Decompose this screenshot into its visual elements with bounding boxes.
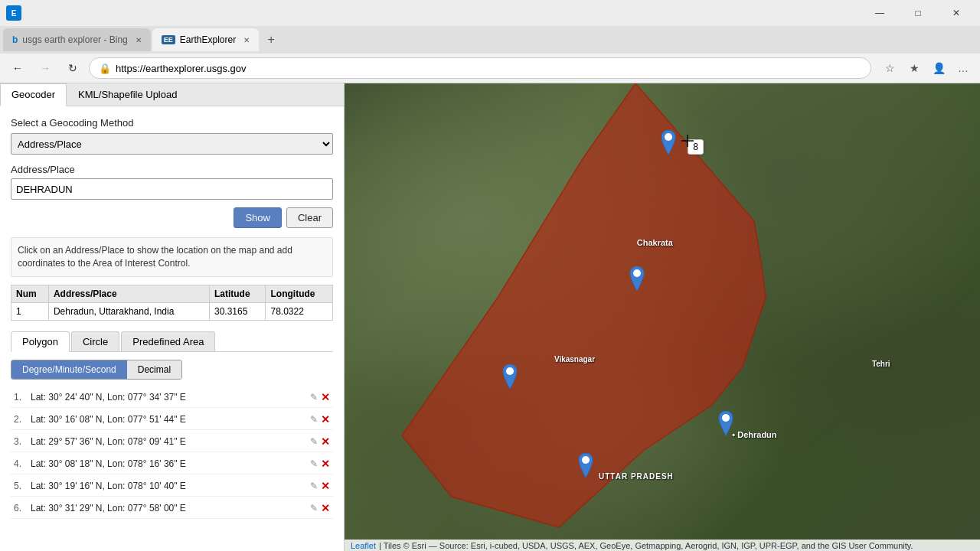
address-input[interactable]: DEHRADUN <box>11 178 333 200</box>
forward-button[interactable]: → <box>34 57 57 80</box>
coord-actions-4: ✎ ✕ <box>310 458 330 470</box>
lock-icon: 🔒 <box>99 63 111 74</box>
coord-delete-5[interactable]: ✕ <box>321 480 330 492</box>
left-panel: Geocoder KML/Shapefile Upload Select a G… <box>0 83 345 551</box>
coord-edit-2[interactable]: ✎ <box>310 414 318 425</box>
coord-actions-3: ✎ ✕ <box>310 435 330 448</box>
main-content: Geocoder KML/Shapefile Upload Select a G… <box>0 83 980 551</box>
svg-point-3 <box>506 367 514 375</box>
svg-point-4 <box>722 414 730 422</box>
close-button[interactable]: ✕ <box>939 0 974 26</box>
panel-body: Select a Geocoding Method Address/Place … <box>0 106 344 530</box>
tab-geocoder[interactable]: Geocoder <box>0 83 67 106</box>
ee-tab-close[interactable]: ✕ <box>243 36 250 44</box>
coord-delete-6[interactable]: ✕ <box>321 502 330 514</box>
geocoding-method-select[interactable]: Address/Place World Features US Features <box>11 133 333 155</box>
coord-edit-1[interactable]: ✎ <box>310 392 318 403</box>
map-pin-1[interactable] <box>659 130 678 155</box>
tab-earthexplorer[interactable]: EE EarthExplorer ✕ <box>152 28 259 51</box>
map-footer: Leaflet | Tiles © Esri — Source: Esri, i… <box>345 540 980 551</box>
show-button[interactable]: Show <box>234 207 282 228</box>
coord-item-3: 3. Lat: 29° 57' 36" N, Lon: 078° 09' 41"… <box>11 432 333 452</box>
map-canvas[interactable]: Chakrata Vikasnagar • Dehradun Tehri UTT… <box>345 83 980 551</box>
map-pin-4[interactable] <box>717 411 735 435</box>
coord-delete-1[interactable]: ✕ <box>321 391 330 403</box>
sub-tab-decimal[interactable]: Decimal <box>127 360 181 379</box>
coord-actions-1: ✎ ✕ <box>310 391 330 403</box>
coord-delete-3[interactable]: ✕ <box>321 435 330 448</box>
clear-button[interactable]: Clear <box>286 207 333 228</box>
tab-circle[interactable]: Circle <box>71 331 119 351</box>
col-lat: Latitude <box>209 285 266 302</box>
coord-actions-6: ✎ ✕ <box>310 502 330 514</box>
sub-tabs: Degree/Minute/Second Decimal <box>11 360 182 380</box>
coord-delete-4[interactable]: ✕ <box>321 458 330 470</box>
panel-tabs: Geocoder KML/Shapefile Upload <box>0 83 344 106</box>
back-button[interactable]: ← <box>6 57 29 80</box>
address-field-label: Address/Place <box>11 164 333 175</box>
area-tabs: Polygon Circle Predefined Area <box>11 331 333 352</box>
tab-bing[interactable]: b usgs earth explorer - Bing ✕ <box>3 28 151 51</box>
tab-bar: b usgs earth explorer - Bing ✕ EE EarthE… <box>0 26 980 54</box>
coord-num-6: 6. <box>14 503 31 514</box>
result-row-1[interactable]: 1 Dehradun, Uttarakhand, India 30.3165 7… <box>11 302 333 320</box>
coord-edit-6[interactable]: ✎ <box>310 503 318 514</box>
profile-icon[interactable]: 👤 <box>928 57 949 79</box>
more-icon[interactable]: … <box>952 57 974 79</box>
result-place: Dehradun, Uttarakhand, India <box>48 302 209 320</box>
coord-text-1: Lat: 30° 24' 40" N, Lon: 077° 34' 37" E <box>31 392 310 403</box>
favorites-icon[interactable]: ☆ <box>879 57 900 79</box>
tab-polygon[interactable]: Polygon <box>11 331 70 352</box>
coord-text-3: Lat: 29° 57' 36" N, Lon: 078° 09' 41" E <box>31 436 310 447</box>
url-input[interactable]: https://earthexplorer.usgs.gov <box>116 63 861 74</box>
coord-item-6: 6. Lat: 30° 31' 29" N, Lon: 077° 58' 00"… <box>11 498 333 519</box>
bing-tab-close[interactable]: ✕ <box>136 36 142 44</box>
coord-actions-2: ✎ ✕ <box>310 413 330 425</box>
coord-text-5: Lat: 30° 19' 16" N, Lon: 078° 10' 40" E <box>31 481 310 491</box>
result-num: 1 <box>11 302 49 320</box>
geocoding-method-label: Select a Geocoding Method <box>11 117 333 129</box>
coord-text-4: Lat: 30° 08' 18" N, Lon: 078° 16' 36" E <box>31 458 310 469</box>
col-num: Num <box>11 285 49 302</box>
map-pin-5[interactable] <box>577 453 595 478</box>
refresh-button[interactable]: ↻ <box>61 57 84 80</box>
address-bar[interactable]: 🔒 https://earthexplorer.usgs.gov <box>89 57 871 79</box>
tab-predefined[interactable]: Predefined Area <box>121 331 215 351</box>
coord-num-3: 3. <box>14 436 31 447</box>
toolbar-icons: ☆ ★ 👤 … <box>879 57 974 79</box>
bing-tab-label: usgs earth explorer - Bing <box>22 34 127 45</box>
map-pin-3[interactable] <box>501 364 519 389</box>
info-text: Click on an Address/Place to show the lo… <box>18 245 292 269</box>
svg-point-5 <box>582 456 590 464</box>
button-row: Show Clear <box>11 207 333 228</box>
svg-point-1 <box>665 133 672 141</box>
coord-edit-5[interactable]: ✎ <box>310 481 318 491</box>
coord-edit-3[interactable]: ✎ <box>310 436 318 447</box>
coord-num-5: 5. <box>14 481 31 491</box>
tab-kml[interactable]: KML/Shapefile Upload <box>67 83 188 106</box>
info-box: Click on an Address/Place to show the lo… <box>11 237 333 277</box>
leaflet-link[interactable]: Leaflet <box>351 541 376 550</box>
collections-icon[interactable]: ★ <box>903 57 925 79</box>
coord-delete-2[interactable]: ✕ <box>321 413 330 425</box>
coord-item-5: 5. Lat: 30° 19' 16" N, Lon: 078° 10' 40"… <box>11 476 333 497</box>
coord-edit-4[interactable]: ✎ <box>310 458 318 469</box>
sub-tab-dms[interactable]: Degree/Minute/Second <box>11 360 127 379</box>
map-attribution: | Tiles © Esri — Source: Esri, i-cubed, … <box>379 541 913 550</box>
coord-item-1: 1. Lat: 30° 24' 40" N, Lon: 077° 34' 37"… <box>11 387 333 408</box>
coord-num-2: 2. <box>14 414 31 425</box>
coord-item-4: 4. Lat: 30° 08' 18" N, Lon: 078° 16' 36"… <box>11 454 333 474</box>
map-pin-2[interactable] <box>628 266 646 291</box>
maximize-button[interactable]: □ <box>900 0 936 26</box>
coord-actions-5: ✎ ✕ <box>310 480 330 492</box>
minimize-button[interactable]: — <box>862 0 897 26</box>
coord-num-1: 1. <box>14 392 31 403</box>
results-table: Num Address/Place Latitude Longitude 1 D… <box>11 285 333 321</box>
coord-item-2: 2. Lat: 30° 16' 08" N, Lon: 077° 51' 44"… <box>11 409 333 430</box>
col-place: Address/Place <box>48 285 209 302</box>
window-controls: — □ ✕ <box>862 0 974 26</box>
bing-favicon: b <box>12 34 18 45</box>
map-area[interactable]: Chakrata Vikasnagar • Dehradun Tehri UTT… <box>345 83 980 551</box>
result-lon: 78.0322 <box>266 302 333 320</box>
new-tab-button[interactable]: + <box>260 29 282 51</box>
